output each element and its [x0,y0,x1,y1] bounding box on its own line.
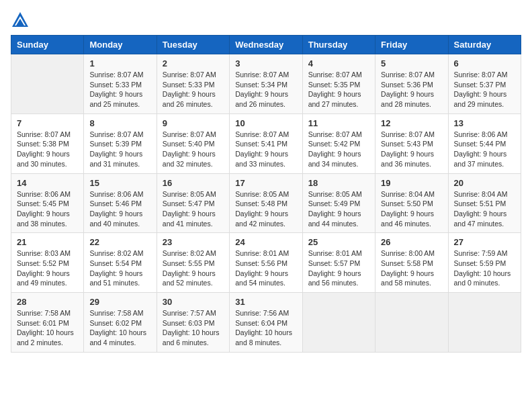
day-info: Sunrise: 8:01 AMSunset: 5:57 PMDaylight:… [308,248,369,288]
calendar-header: SundayMondayTuesdayWednesdayThursdayFrid… [11,36,521,54]
day-info: Sunrise: 8:04 AMSunset: 5:51 PMDaylight:… [454,189,515,229]
day-number: 17 [235,178,296,188]
day-number: 18 [308,178,369,188]
day-info: Sunrise: 8:07 AMSunset: 5:38 PMDaylight:… [17,130,78,169]
day-number: 20 [454,178,515,188]
day-info: Sunrise: 8:04 AMSunset: 5:50 PMDaylight:… [381,189,442,229]
day-info: Sunrise: 8:05 AMSunset: 5:49 PMDaylight:… [308,189,369,229]
day-info: Sunrise: 7:56 AMSunset: 6:04 PMDaylight:… [235,308,296,348]
table-row: 31Sunrise: 7:56 AMSunset: 6:04 PMDayligh… [230,293,302,353]
day-number: 14 [17,178,78,188]
day-number: 11 [308,118,369,128]
table-row: 5Sunrise: 8:07 AMSunset: 5:36 PMDaylight… [375,54,448,114]
table-row: 20Sunrise: 8:04 AMSunset: 5:51 PMDayligh… [448,173,521,233]
calendar-table: SundayMondayTuesdayWednesdayThursdayFrid… [11,35,521,353]
day-number: 27 [454,237,515,247]
day-info: Sunrise: 8:07 AMSunset: 5:33 PMDaylight:… [163,70,224,109]
table-row: 25Sunrise: 8:01 AMSunset: 5:57 PMDayligh… [302,233,375,293]
day-info: Sunrise: 8:06 AMSunset: 5:45 PMDaylight:… [17,189,78,229]
day-number: 5 [381,58,442,68]
day-info: Sunrise: 8:07 AMSunset: 5:40 PMDaylight:… [163,130,224,169]
weekday-header-thursday: Thursday [302,36,375,54]
week-row-4: 21Sunrise: 8:03 AMSunset: 5:52 PMDayligh… [11,233,521,293]
day-number: 8 [89,118,150,128]
table-row: 26Sunrise: 8:00 AMSunset: 5:58 PMDayligh… [375,233,448,293]
day-info: Sunrise: 7:59 AMSunset: 5:59 PMDaylight:… [454,248,515,288]
weekday-header-tuesday: Tuesday [157,36,229,54]
day-number: 4 [308,58,369,68]
day-number: 23 [163,237,224,247]
week-row-2: 7Sunrise: 8:07 AMSunset: 5:38 PMDaylight… [11,113,521,173]
day-info: Sunrise: 8:05 AMSunset: 5:48 PMDaylight:… [235,189,296,229]
day-number: 7 [17,118,78,128]
day-number: 19 [381,178,442,188]
table-row: 28Sunrise: 7:58 AMSunset: 6:01 PMDayligh… [11,293,84,353]
table-row: 9Sunrise: 8:07 AMSunset: 5:40 PMDaylight… [157,113,229,173]
day-info: Sunrise: 8:07 AMSunset: 5:42 PMDaylight:… [308,130,369,169]
day-number: 30 [163,297,224,307]
day-info: Sunrise: 8:07 AMSunset: 5:34 PMDaylight:… [235,70,296,109]
day-number: 16 [163,178,224,188]
day-number: 10 [235,118,296,128]
day-info: Sunrise: 8:07 AMSunset: 5:33 PMDaylight:… [89,70,150,109]
day-number: 6 [454,58,515,68]
table-row: 15Sunrise: 8:06 AMSunset: 5:46 PMDayligh… [84,173,157,233]
day-number: 3 [235,58,296,68]
table-row: 4Sunrise: 8:07 AMSunset: 5:35 PMDaylight… [302,54,375,114]
table-row [375,293,448,353]
table-row: 19Sunrise: 8:04 AMSunset: 5:50 PMDayligh… [375,173,448,233]
day-info: Sunrise: 7:57 AMSunset: 6:03 PMDaylight:… [163,308,224,348]
table-row: 22Sunrise: 8:02 AMSunset: 5:54 PMDayligh… [84,233,157,293]
table-row: 17Sunrise: 8:05 AMSunset: 5:48 PMDayligh… [230,173,302,233]
day-number: 28 [17,297,78,307]
table-row: 7Sunrise: 8:07 AMSunset: 5:38 PMDaylight… [11,113,84,173]
table-row: 12Sunrise: 8:07 AMSunset: 5:43 PMDayligh… [375,113,448,173]
page-header [11,11,521,30]
day-number: 29 [89,297,150,307]
day-number: 2 [163,58,224,68]
table-row [448,293,521,353]
day-number: 9 [163,118,224,128]
table-row: 16Sunrise: 8:05 AMSunset: 5:47 PMDayligh… [157,173,229,233]
day-info: Sunrise: 8:07 AMSunset: 5:43 PMDaylight:… [381,130,442,169]
day-number: 25 [308,237,369,247]
day-number: 21 [17,237,78,247]
table-row: 29Sunrise: 7:58 AMSunset: 6:02 PMDayligh… [84,293,157,353]
calendar-body: 1Sunrise: 8:07 AMSunset: 5:33 PMDaylight… [11,54,521,353]
day-number: 13 [454,118,515,128]
table-row: 6Sunrise: 8:07 AMSunset: 5:37 PMDaylight… [448,54,521,114]
day-number: 31 [235,297,296,307]
weekday-header-friday: Friday [375,36,448,54]
table-row: 1Sunrise: 8:07 AMSunset: 5:33 PMDaylight… [84,54,157,114]
table-row: 8Sunrise: 8:07 AMSunset: 5:39 PMDaylight… [84,113,157,173]
day-info: Sunrise: 8:01 AMSunset: 5:56 PMDaylight:… [235,248,296,288]
logo [11,11,32,30]
weekday-header-row: SundayMondayTuesdayWednesdayThursdayFrid… [11,36,521,54]
table-row: 23Sunrise: 8:02 AMSunset: 5:55 PMDayligh… [157,233,229,293]
day-number: 24 [235,237,296,247]
table-row [11,54,84,114]
day-info: Sunrise: 8:03 AMSunset: 5:52 PMDaylight:… [17,248,78,288]
day-info: Sunrise: 8:07 AMSunset: 5:36 PMDaylight:… [381,70,442,109]
day-info: Sunrise: 8:07 AMSunset: 5:37 PMDaylight:… [454,70,515,109]
week-row-3: 14Sunrise: 8:06 AMSunset: 5:45 PMDayligh… [11,173,521,233]
day-info: Sunrise: 8:05 AMSunset: 5:47 PMDaylight:… [163,189,224,229]
day-info: Sunrise: 8:07 AMSunset: 5:39 PMDaylight:… [89,130,150,169]
table-row: 30Sunrise: 7:57 AMSunset: 6:03 PMDayligh… [157,293,229,353]
table-row: 18Sunrise: 8:05 AMSunset: 5:49 PMDayligh… [302,173,375,233]
day-info: Sunrise: 8:02 AMSunset: 5:54 PMDaylight:… [89,248,150,288]
table-row: 2Sunrise: 8:07 AMSunset: 5:33 PMDaylight… [157,54,229,114]
day-number: 26 [381,237,442,247]
table-row: 24Sunrise: 8:01 AMSunset: 5:56 PMDayligh… [230,233,302,293]
day-info: Sunrise: 8:06 AMSunset: 5:46 PMDaylight:… [89,189,150,229]
table-row: 27Sunrise: 7:59 AMSunset: 5:59 PMDayligh… [448,233,521,293]
table-row: 21Sunrise: 8:03 AMSunset: 5:52 PMDayligh… [11,233,84,293]
week-row-1: 1Sunrise: 8:07 AMSunset: 5:33 PMDaylight… [11,54,521,114]
table-row [302,293,375,353]
table-row: 11Sunrise: 8:07 AMSunset: 5:42 PMDayligh… [302,113,375,173]
table-row: 13Sunrise: 8:06 AMSunset: 5:44 PMDayligh… [448,113,521,173]
weekday-header-saturday: Saturday [448,36,521,54]
day-number: 15 [89,178,150,188]
day-number: 12 [381,118,442,128]
table-row: 3Sunrise: 8:07 AMSunset: 5:34 PMDaylight… [230,54,302,114]
